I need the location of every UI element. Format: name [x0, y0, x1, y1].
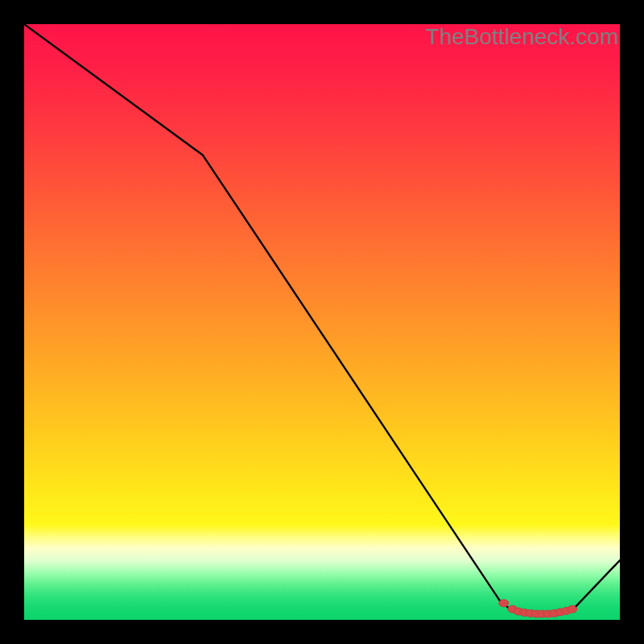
highlight-marker [568, 605, 577, 613]
chart-svg [24, 24, 620, 620]
marker-group [499, 600, 577, 617]
chart-frame: TheBottleneck.com [0, 0, 644, 644]
highlight-marker [499, 600, 509, 607]
bottleneck-curve [24, 24, 620, 614]
plot-area: TheBottleneck.com [24, 24, 620, 620]
